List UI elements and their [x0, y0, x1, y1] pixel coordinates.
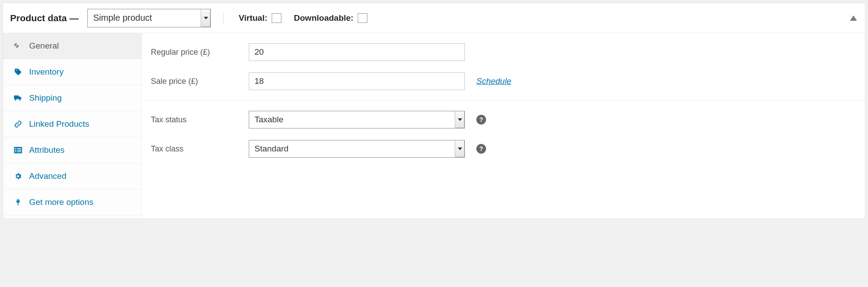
dropdown-button[interactable]: [455, 111, 464, 128]
chevron-down-icon: [204, 17, 208, 19]
content-area: Regular price (£) Sale price (£) Schedul…: [142, 33, 865, 219]
pricing-section: Regular price (£) Sale price (£) Schedul…: [142, 33, 865, 100]
sidebar: General Inventory Shipping Linked Produc…: [3, 33, 142, 219]
tax-class-value: Standard: [249, 144, 455, 154]
svg-rect-5: [15, 151, 17, 152]
svg-rect-1: [15, 148, 17, 149]
tab-advanced[interactable]: Advanced: [3, 163, 142, 189]
downloadable-label: Downloadable:: [294, 13, 353, 23]
svg-rect-3: [15, 150, 17, 151]
panel-title: Product data —: [10, 13, 79, 23]
tab-label: Attributes: [29, 145, 64, 155]
chevron-down-icon: [458, 147, 462, 150]
tax-status-value: Taxable: [249, 115, 455, 125]
tax-class-row: Tax class Standard ?: [151, 134, 856, 163]
product-type-value: Simple product: [88, 13, 201, 23]
gear-icon: [13, 172, 23, 180]
virtual-checkbox[interactable]: [272, 13, 281, 23]
truck-icon: [13, 94, 23, 102]
tab-shipping[interactable]: Shipping: [3, 85, 142, 111]
tab-label: Advanced: [29, 171, 67, 181]
tab-inventory[interactable]: Inventory: [3, 59, 142, 85]
regular-price-label: Regular price (£): [151, 48, 239, 57]
wrench-icon: [13, 42, 23, 50]
sale-price-input[interactable]: [249, 72, 465, 90]
tab-label: Linked Products: [29, 119, 89, 129]
svg-rect-6: [17, 151, 21, 152]
help-icon[interactable]: ?: [476, 144, 486, 154]
plug-icon: [13, 198, 23, 206]
downloadable-checkbox[interactable]: [358, 13, 367, 23]
tax-status-label: Tax status: [151, 115, 239, 125]
tab-linked-products[interactable]: Linked Products: [3, 111, 142, 137]
divider: [223, 12, 224, 24]
tax-status-select[interactable]: Taxable: [249, 111, 465, 128]
virtual-option: Virtual:: [239, 13, 281, 23]
tab-label: General: [29, 41, 59, 51]
tab-label: Inventory: [29, 67, 64, 77]
panel-body: General Inventory Shipping Linked Produc…: [3, 33, 865, 219]
tag-icon: [13, 68, 23, 76]
sale-price-label: Sale price (£): [151, 77, 239, 86]
dropdown-button[interactable]: [201, 9, 210, 27]
product-type-select[interactable]: Simple product: [87, 9, 211, 27]
schedule-link[interactable]: Schedule: [476, 76, 511, 86]
svg-rect-4: [17, 150, 21, 151]
tax-class-label: Tax class: [151, 144, 239, 154]
sale-price-row: Sale price (£) Schedule: [151, 67, 856, 96]
product-data-panel: Product data — Simple product Virtual: D…: [3, 3, 865, 219]
collapse-toggle-icon[interactable]: [850, 15, 857, 21]
list-icon: [13, 147, 23, 154]
dropdown-button[interactable]: [455, 140, 464, 157]
tab-get-more-options[interactable]: Get more options: [3, 189, 142, 215]
downloadable-option: Downloadable:: [294, 13, 367, 23]
regular-price-row: Regular price (£): [151, 38, 856, 67]
svg-rect-2: [17, 148, 21, 149]
virtual-label: Virtual:: [239, 13, 267, 23]
tab-label: Shipping: [29, 93, 62, 103]
link-icon: [13, 120, 23, 128]
tab-label: Get more options: [29, 197, 94, 207]
tax-section: Tax status Taxable ? Tax class Standard …: [142, 100, 865, 168]
help-icon[interactable]: ?: [476, 115, 486, 125]
panel-header: Product data — Simple product Virtual: D…: [3, 3, 865, 33]
chevron-down-icon: [458, 118, 462, 121]
regular-price-input[interactable]: [249, 43, 465, 61]
tab-general[interactable]: General: [3, 33, 142, 59]
tax-class-select[interactable]: Standard: [249, 140, 465, 158]
tax-status-row: Tax status Taxable ?: [151, 105, 856, 134]
tab-attributes[interactable]: Attributes: [3, 137, 142, 163]
